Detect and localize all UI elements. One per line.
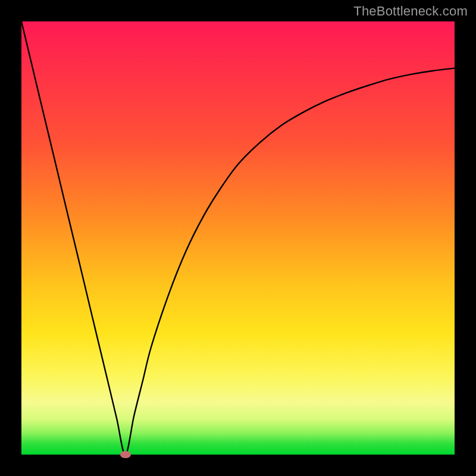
- curve-path: [21, 21, 455, 455]
- plot-area: [21, 21, 455, 455]
- chart-frame: TheBottleneck.com: [0, 0, 476, 476]
- minimum-marker: [120, 451, 131, 458]
- bottleneck-curve: [21, 21, 455, 455]
- watermark-text: TheBottleneck.com: [353, 4, 468, 19]
